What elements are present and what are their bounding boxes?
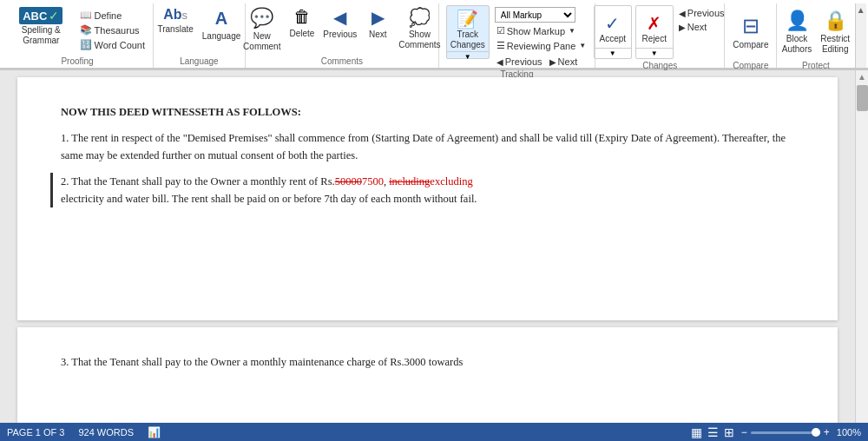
scroll-up-doc-icon[interactable]: ▲	[858, 72, 866, 82]
tracked-insertion-excluding: excluding	[430, 175, 472, 188]
view-icon-1[interactable]: ▦	[691, 425, 702, 439]
ribbon-group-tracking: 📝 TrackChanges ▼ All Markup Simple Marku…	[439, 3, 595, 68]
translate-label: Translate	[157, 24, 193, 35]
reviewing-pane-arrow: ▼	[579, 42, 586, 49]
track-changes-button[interactable]: 📝 TrackChanges ▼	[446, 5, 490, 59]
spelling-grammar-button[interactable]: ABC ✓ Spelling & Grammar	[7, 5, 76, 48]
para1-text: The rent in respect of the "Demised Prem…	[61, 132, 786, 161]
show-markup-button[interactable]: ☑ Show Markup ▼	[495, 24, 588, 37]
next-track-icon: ▶	[549, 57, 556, 67]
accept-button[interactable]: ✓ Accept ▼	[594, 5, 632, 59]
reject-icon: ✗	[647, 13, 661, 34]
heading-text: NOW THIS DEED WITNESSETH AS FOLLOWS:	[61, 106, 301, 118]
previous-change-button[interactable]: ◀ Previous	[677, 7, 727, 19]
language-icon: A	[215, 7, 227, 30]
paragraph-3: 3. That the Tenant shall pay to the Owne…	[61, 353, 794, 371]
new-comment-button[interactable]: 💬 NewComment	[240, 5, 284, 54]
word-count-button[interactable]: 🔢 Word Count	[77, 38, 148, 51]
paragraph-1: 1. The rent in respect of the "Demised P…	[61, 129, 794, 164]
page-info-text: PAGE 1 OF 3	[7, 427, 64, 438]
para1-number: 1.	[61, 132, 69, 144]
reviewing-pane-label: Reviewing Pane	[507, 41, 576, 51]
accept-dropdown[interactable]: ▼	[595, 48, 631, 58]
track-changes-dropdown[interactable]: ▼	[447, 51, 489, 62]
block-authors-button[interactable]: 👤 BlockAuthors	[779, 5, 815, 59]
reject-button[interactable]: ✗ Reject ▼	[635, 5, 674, 59]
change-bar	[50, 173, 53, 207]
document-scrollbar[interactable]: ▲	[855, 70, 868, 423]
spelling-grammar-label: Spelling & Grammar	[10, 25, 72, 46]
ribbon-group-language: Abs Translate A Language Language	[154, 3, 246, 68]
next-change-label: Next	[687, 22, 707, 32]
zoom-out-icon[interactable]: −	[741, 426, 747, 438]
word-count-icon: 🔢	[80, 39, 92, 50]
zoom-slider[interactable]	[751, 431, 820, 434]
language-items: Abs Translate A Language	[154, 3, 244, 56]
para2-text-after: electricity and water bill. The rent sha…	[61, 193, 477, 205]
view-icon-3[interactable]: ⊞	[724, 425, 734, 439]
language-button[interactable]: A Language	[199, 5, 245, 43]
zoom-in-icon[interactable]: +	[824, 426, 830, 438]
delete-icon: 🗑	[293, 7, 311, 27]
comments-items: 💬 NewComment 🗑 Delete ◀ Previous ▶ Next …	[240, 3, 444, 56]
status-bar: PAGE 1 OF 3 924 WORDS 📊 ▦ ☰ ⊞ − + 100%	[0, 423, 868, 441]
comments-group-label: Comments	[321, 56, 363, 68]
define-icon: 📖	[80, 10, 92, 21]
tracked-deletion-50000: 50000	[335, 175, 362, 188]
ribbon-group-comments: 💬 NewComment 🗑 Delete ◀ Previous ▶ Next …	[246, 3, 439, 68]
ribbon-content: ABC ✓ Spelling & Grammar 📖 Define 📚 Thes…	[0, 0, 868, 69]
ribbon-group-proofing: ABC ✓ Spelling & Grammar 📖 Define 📚 Thes…	[2, 3, 154, 68]
define-button[interactable]: 📖 Define	[77, 9, 148, 22]
tracked-deletion-including: including	[389, 175, 430, 188]
delete-comment-button[interactable]: 🗑 Delete	[286, 5, 318, 41]
stats-icon: 📊	[148, 426, 161, 438]
para2-number: 2.	[61, 175, 69, 188]
compare-icon: ⊟	[742, 14, 760, 38]
previous-label: Previous	[323, 30, 357, 40]
heading-paragraph: NOW THIS DEED WITNESSETH AS FOLLOWS:	[61, 103, 794, 121]
ribbon: ABC ✓ Spelling & Grammar 📖 Define 📚 Thes…	[0, 0, 868, 70]
restrict-editing-label: RestrictEditing	[820, 34, 850, 55]
zoom-level: 100%	[837, 427, 861, 438]
translate-button[interactable]: Abs Translate	[154, 5, 196, 36]
abc-icon: ABC	[23, 10, 47, 23]
compare-label: Compare	[733, 40, 768, 50]
restrict-editing-button[interactable]: 🔒 RestrictEditing	[817, 5, 853, 59]
restrict-editing-icon: 🔒	[824, 10, 847, 32]
thesaurus-button[interactable]: 📚 Thesaurus	[77, 23, 148, 36]
markup-dropdown[interactable]: All Markup Simple Markup No Markup Origi…	[495, 7, 575, 23]
accept-arrow-icon: ▼	[609, 49, 616, 57]
scroll-up-icon[interactable]: ▲	[857, 5, 865, 15]
document-scroll[interactable]: NOW THIS DEED WITNESSETH AS FOLLOWS: 1. …	[0, 70, 855, 423]
next-change-button[interactable]: ▶ Next	[677, 21, 727, 33]
ribbon-group-changes: ✓ Accept ▼ ✗ Reject ▼	[595, 3, 725, 68]
previous-comment-button[interactable]: ◀ Previous	[319, 5, 360, 42]
thesaurus-icon: 📚	[80, 24, 92, 36]
doc-content-2[interactable]: 3. That the Tenant shall pay to the Owne…	[61, 353, 794, 371]
document-stats-icon[interactable]: 📊	[148, 426, 161, 438]
reject-dropdown[interactable]: ▼	[636, 48, 673, 58]
next-track-button[interactable]: ▶ Next	[548, 56, 580, 68]
language-label: Language	[202, 31, 241, 42]
track-changes-icon: 📝	[457, 9, 478, 30]
zoom-thumb[interactable]	[812, 428, 820, 437]
word-count-status: 924 WORDS	[78, 427, 134, 438]
block-authors-label: BlockAuthors	[782, 34, 812, 55]
dropdown-arrow-icon: ▼	[464, 53, 471, 61]
accept-icon: ✓	[605, 13, 620, 34]
scrollbar-thumb[interactable]	[857, 85, 868, 111]
next-comment-button[interactable]: ▶ Next	[362, 5, 393, 42]
reviewing-pane-button[interactable]: ☰ Reviewing Pane ▼	[495, 39, 588, 52]
translate-icon: Abs	[163, 7, 187, 23]
compare-button[interactable]: ⊟ Compare	[729, 5, 772, 59]
para2-text-before: That the Tenant shall pay to the Owner a…	[71, 175, 334, 188]
changes-items: ✓ Accept ▼ ✗ Reject ▼	[594, 3, 727, 61]
doc-content-1[interactable]: NOW THIS DEED WITNESSETH AS FOLLOWS: 1. …	[61, 103, 794, 207]
show-comments-button[interactable]: 💭 ShowComments	[395, 5, 444, 52]
view-icon-2[interactable]: ☰	[707, 425, 719, 439]
previous-track-button[interactable]: ◀ Previous	[495, 56, 544, 68]
show-markup-icon: ☑	[496, 25, 505, 36]
ribbon-scrollbar[interactable]: ▲	[855, 3, 867, 68]
previous-track-label: Previous	[505, 56, 542, 67]
paragraph-2: 2. That the Tenant shall pay to the Owne…	[61, 173, 794, 207]
